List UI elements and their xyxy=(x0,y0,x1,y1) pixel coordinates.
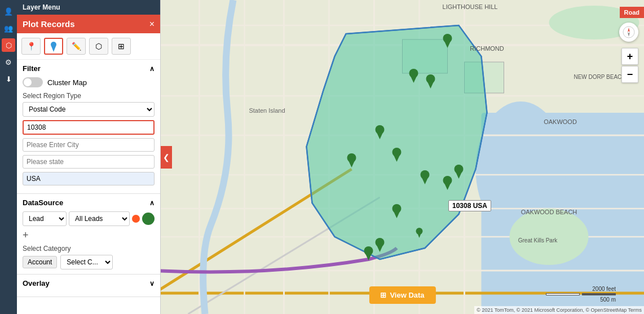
datasource-section-header[interactable]: DataSource ∧ xyxy=(23,198,155,207)
map-area[interactable]: LIGHTHOUSE HILL RICHMOND OAKWOOD OAKWOOD… xyxy=(161,0,644,314)
region-type-select[interactable]: Postal Code City State Country xyxy=(23,102,155,117)
color-dot-green[interactable] xyxy=(142,213,155,225)
country-input[interactable] xyxy=(23,172,155,185)
sidebar-icon-layers[interactable]: ⬡ xyxy=(2,38,15,52)
category-row: Account Select C... Category 1 Category … xyxy=(23,255,155,269)
sidebar-icons: 👤 👥 ⬡ ⚙ ⬇ xyxy=(0,0,17,314)
scale-bar-line xyxy=(546,293,616,295)
svg-text:Great Kills Park: Great Kills Park xyxy=(518,237,558,244)
tool-marker[interactable]: 📍 xyxy=(21,38,41,55)
side-panel: Layer Menu Plot Records × 📍 ✏️ ⬡ ⊞ Filte… xyxy=(17,0,161,314)
svg-text:OAKWOOD: OAKWOOD xyxy=(544,118,577,125)
filter-section: Filter ∧ Cluster Map Select Region Type … xyxy=(17,60,160,194)
sidebar-icon-people[interactable]: 👥 xyxy=(2,21,15,35)
scale-label-ft: 2000 feet xyxy=(546,286,616,292)
datasource-chevron: ∧ xyxy=(149,199,155,207)
overlay-section-header[interactable]: Overlay ∨ xyxy=(23,279,155,288)
view-data-button[interactable]: ⊞ View Data xyxy=(369,286,435,304)
datasource-section: DataSource ∧ Lead Account Contact All Le… xyxy=(17,194,160,275)
svg-point-24 xyxy=(510,209,589,265)
scale-label-m: 500 m xyxy=(546,297,616,303)
sidebar-icon-settings[interactable]: ⚙ xyxy=(2,55,15,69)
sidebar-icon-user[interactable]: 👤 xyxy=(2,5,15,18)
svg-text:RICHMOND: RICHMOND xyxy=(470,45,504,52)
map-background: LIGHTHOUSE HILL RICHMOND OAKWOOD OAKWOOD… xyxy=(161,0,644,314)
overlay-section: Overlay ∨ xyxy=(17,275,160,297)
city-input[interactable] xyxy=(23,138,155,152)
svg-marker-1 xyxy=(51,46,56,52)
filter-chevron: ∧ xyxy=(149,65,155,73)
tool-plot[interactable] xyxy=(44,38,63,55)
sidebar-icon-download[interactable]: ⬇ xyxy=(2,72,15,86)
map-zoom-controls: + − xyxy=(621,48,638,83)
datasource-label: DataSource xyxy=(23,198,63,207)
map-compass[interactable] xyxy=(619,23,638,42)
all-leads-select[interactable]: All Leads Open Leads Closed Leads xyxy=(69,211,130,226)
toolbar-row: 📍 ✏️ ⬡ ⊞ xyxy=(17,33,160,60)
add-datasource-button[interactable]: + xyxy=(23,229,155,241)
filter-section-header[interactable]: Filter ∧ xyxy=(23,64,155,73)
tool-polygon[interactable]: ⬡ xyxy=(89,38,108,55)
select-category-dropdown[interactable]: Select C... Category 1 Category 2 xyxy=(60,255,113,269)
postal-code-input[interactable] xyxy=(23,120,155,135)
compass-icon xyxy=(623,26,635,38)
svg-text:Staten Island: Staten Island xyxy=(249,107,285,114)
nav-left-icon: ❮ xyxy=(163,153,170,162)
color-dot-orange[interactable] xyxy=(132,215,140,223)
cluster-map-label: Cluster Map xyxy=(47,78,87,87)
panel-title: Plot Records xyxy=(23,19,75,29)
svg-text:OAKWOOD BEACH: OAKWOOD BEACH xyxy=(521,209,577,215)
map-nav-right[interactable]: Road xyxy=(620,7,645,18)
state-input[interactable] xyxy=(23,155,155,169)
region-type-label: Select Region Type xyxy=(23,92,155,100)
panel-header: Layer Menu xyxy=(17,0,160,15)
scale-bar: 2000 feet 500 m xyxy=(546,286,616,303)
account-badge: Account xyxy=(23,256,57,268)
cluster-map-row: Cluster Map xyxy=(23,77,155,87)
filter-label: Filter xyxy=(23,64,41,73)
overlay-chevron: ∨ xyxy=(149,280,155,288)
svg-text:NEW DORP BEACH: NEW DORP BEACH xyxy=(574,74,625,80)
table-icon: ⊞ xyxy=(380,291,386,299)
close-button[interactable]: × xyxy=(149,20,155,29)
map-label-10308: 10308 USA xyxy=(448,200,491,211)
tool-table[interactable]: ⊞ xyxy=(112,38,131,55)
zoom-in-button[interactable]: + xyxy=(621,48,638,65)
tool-edit[interactable]: ✏️ xyxy=(67,38,86,55)
datasource-row: Lead Account Contact All Leads Open Lead… xyxy=(23,211,155,226)
panel-header-title: Layer Menu xyxy=(23,3,60,11)
road-label: Road xyxy=(624,9,640,16)
svg-text:LIGHTHOUSE HILL: LIGHTHOUSE HILL xyxy=(443,3,498,10)
panel-title-bar: Plot Records × xyxy=(17,15,160,33)
overlay-label: Overlay xyxy=(23,279,50,288)
view-data-label: View Data xyxy=(390,291,424,299)
cluster-map-toggle[interactable] xyxy=(23,77,43,87)
lead-select[interactable]: Lead Account Contact xyxy=(23,211,67,226)
select-category-label: Select Category xyxy=(23,245,155,253)
zoom-out-button[interactable]: − xyxy=(621,66,638,83)
map-attribution: © 2021 TomTom, © 2021 Microsoft Corporat… xyxy=(474,306,644,314)
map-nav-left[interactable]: ❮ xyxy=(161,146,172,169)
